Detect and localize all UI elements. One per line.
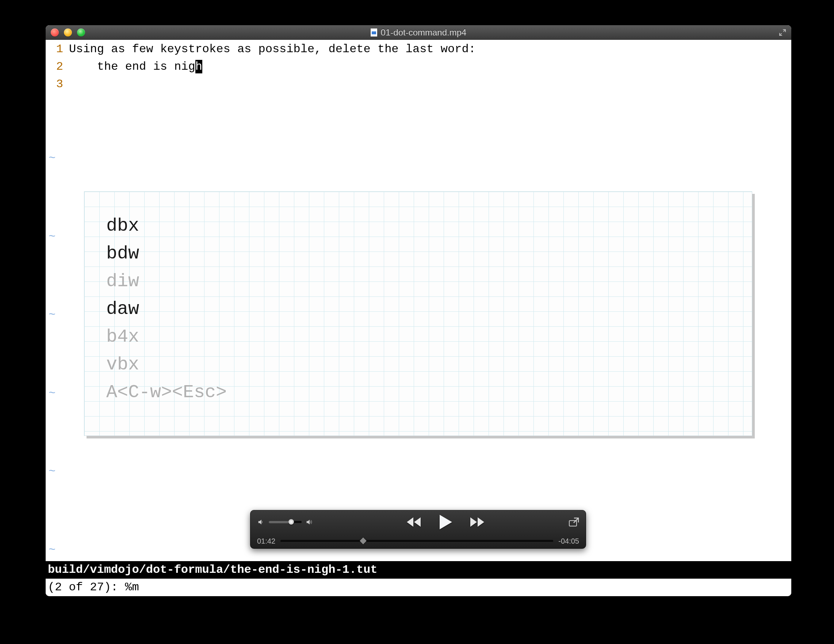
window-controls	[46, 29, 85, 37]
list-item: dbx	[106, 212, 730, 240]
list-item: bdw	[106, 240, 730, 268]
list-item: diw	[106, 268, 730, 295]
list-item: daw	[106, 295, 730, 323]
code-line: the end is nigh	[69, 58, 788, 76]
play-button[interactable]	[438, 514, 453, 530]
list-item: vbx	[106, 351, 730, 379]
share-button[interactable]	[568, 517, 579, 527]
elapsed-time: 01:42	[257, 537, 275, 546]
fullscreen-button[interactable]	[778, 28, 787, 37]
line-number: 1	[46, 40, 63, 58]
code-area: Using as few keystrokes as possible, del…	[69, 40, 788, 76]
line-number: 2	[46, 58, 63, 76]
close-button[interactable]	[51, 29, 59, 37]
volume-high-icon	[305, 518, 313, 526]
vim-editor-view: 1 2 3 Using as few keystrokes as possibl…	[46, 40, 791, 561]
document-icon	[371, 29, 377, 37]
volume-slider[interactable]	[269, 521, 302, 523]
scrub-thumb[interactable]	[360, 537, 366, 544]
remaining-time: -04:05	[558, 537, 579, 546]
video-player-window: 01-dot-command.mp4 1 2 3 Using as few ke…	[46, 25, 791, 596]
zoom-button[interactable]	[77, 29, 85, 37]
volume-thumb[interactable]	[288, 519, 294, 525]
fast-forward-button[interactable]	[469, 516, 485, 528]
rewind-button[interactable]	[406, 516, 422, 528]
volume-control[interactable]	[257, 518, 330, 526]
window-titlebar: 01-dot-command.mp4	[46, 25, 791, 40]
scrub-bar[interactable]	[280, 540, 553, 542]
line-number-gutter: 1 2 3	[46, 40, 66, 93]
list-item: A<C-w><Esc>	[106, 379, 730, 406]
list-item: b4x	[106, 323, 730, 351]
line-number: 3	[46, 76, 63, 93]
minimize-button[interactable]	[64, 29, 72, 37]
volume-low-icon	[257, 518, 265, 526]
vim-status-message: (2 of 27): %m	[46, 579, 791, 596]
keystroke-list-panel: dbx bdw diw daw b4x vbx A<C-w><Esc>	[84, 191, 752, 436]
window-title: 01-dot-command.mp4	[381, 27, 467, 38]
cursor: h	[196, 60, 202, 73]
vim-status-filename: build/vimdojo/dot-formula/the-end-is-nig…	[46, 561, 791, 579]
code-line: Using as few keystrokes as possible, del…	[69, 40, 788, 58]
media-controls: 01:42 -04:05	[250, 510, 586, 549]
